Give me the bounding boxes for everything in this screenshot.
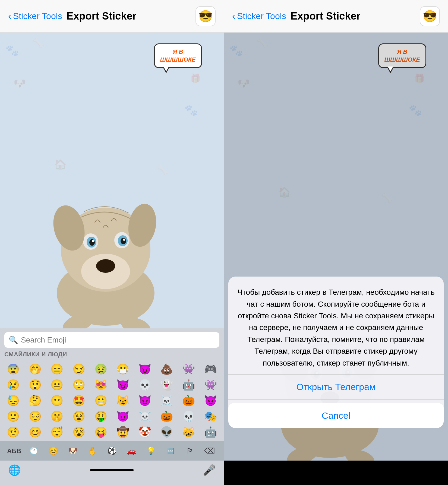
emoji-cell[interactable]: ☠️: [156, 393, 178, 408]
emoji-cell[interactable]: 👿: [200, 393, 222, 408]
right-back-button[interactable]: ‹ Sticker Tools: [232, 11, 286, 21]
emoji-cell[interactable]: 😓: [2, 393, 24, 408]
emoji-cell[interactable]: 😐: [46, 377, 68, 393]
emoji-cell[interactable]: 😴: [46, 424, 68, 440]
emoji-cell[interactable]: 🤖: [178, 377, 200, 393]
home-indicator: [90, 469, 134, 471]
emoji-cell[interactable]: 😲: [24, 377, 46, 393]
emoji-cell[interactable]: 🤑: [90, 408, 112, 424]
emoji-cell[interactable]: 🤠: [112, 424, 134, 440]
emoji-cell[interactable]: 😷: [112, 361, 134, 377]
right-emoji-icon: 😎: [423, 9, 437, 23]
emoji-cell[interactable]: 😊: [24, 424, 46, 440]
emoji-cell[interactable]: 🙄: [68, 377, 90, 393]
emoji-search-input[interactable]: [21, 336, 215, 344]
right-sticker-canvas: 🐾 🦴 🐾 🎁 🐶 🐾 🏠 🦴 Я В ШШШШОКЕ: [224, 33, 448, 461]
right-emoji-button[interactable]: 😎: [420, 6, 440, 26]
emoji-search-bar: 🔍: [4, 332, 219, 348]
right-bottom-bar: [224, 461, 448, 485]
bubble-line1: Я В: [160, 48, 196, 56]
left-back-button[interactable]: ‹ Sticker Tools: [8, 11, 62, 21]
keyboard-abc-button[interactable]: АБВ: [4, 441, 24, 461]
emoji-cell[interactable]: 😑: [46, 361, 68, 377]
emoji-cell[interactable]: 🤨: [2, 424, 24, 440]
keyboard-symbol-tab[interactable]: 🔤: [161, 441, 180, 461]
emoji-cell[interactable]: 👻: [156, 377, 178, 393]
left-sticker-canvas[interactable]: 🐾 🦴 🐾 🎁 🐶 🐾 🏠 🦴 Я В ШШШШОКЕ: [0, 33, 224, 328]
left-back-label: Sticker Tools: [13, 11, 62, 21]
keyboard-hand-tab[interactable]: ✋: [83, 441, 102, 461]
emoji-cell[interactable]: 😻: [90, 377, 112, 393]
emoji-cell[interactable]: 😵: [68, 424, 90, 440]
right-home-indicator: [314, 472, 358, 474]
emoji-cell[interactable]: 😏: [68, 361, 90, 377]
keyboard-sports-tab[interactable]: ⚽: [102, 441, 122, 461]
speech-bubble: Я В ШШШШОКЕ: [154, 43, 202, 68]
open-telegram-button[interactable]: Открыть Телеграм: [228, 375, 444, 399]
emoji-cell[interactable]: 😼: [112, 393, 134, 408]
emoji-cell[interactable]: 👽: [156, 424, 178, 440]
left-emoji-button[interactable]: 😎: [195, 6, 216, 26]
emoji-cell[interactable]: 🤖: [200, 424, 222, 440]
emoji-cell[interactable]: 🤢: [90, 361, 112, 377]
emoji-cell[interactable]: ☠️: [134, 408, 156, 424]
microphone-icon[interactable]: 🎤: [203, 464, 216, 476]
keyboard-delete-button[interactable]: ⌫: [200, 441, 219, 461]
dialog-overlay: Чтобы добавить стикер в Телеграм, необхо…: [224, 33, 448, 461]
dialog-message: Чтобы добавить стикер в Телеграм, необхо…: [228, 277, 444, 374]
svg-point-16: [89, 239, 95, 246]
emoji-cell[interactable]: 👾: [200, 377, 222, 393]
globe-icon[interactable]: 🌐: [8, 464, 21, 476]
keyboard-bulb-tab[interactable]: 💡: [141, 441, 161, 461]
keyboard-flag-tab[interactable]: 🏳: [180, 441, 200, 461]
emoji-cell[interactable]: 😵: [68, 408, 90, 424]
dog-illustration: [43, 179, 168, 328]
emoji-cell[interactable]: 😈: [134, 361, 156, 377]
emoji-grid: 😨 🤭 😑 😏 🤢 😷 😈 💩 👾 🎮 😢 😲 😐 🙄 😻 😈 💀 👻 🤖 👾 …: [0, 360, 224, 441]
emoji-category-label: СМАЙЛИКИ И ЛЮДИ: [0, 350, 224, 360]
keyboard-animal-tab[interactable]: 🐶: [63, 441, 83, 461]
emoji-cell[interactable]: 😬: [90, 393, 112, 408]
emoji-cell[interactable]: 😢: [2, 377, 24, 393]
emoji-cell[interactable]: 👾: [178, 361, 200, 377]
svg-point-18: [92, 240, 94, 242]
emoji-cell[interactable]: 🎮: [200, 361, 222, 377]
svg-point-17: [121, 238, 126, 244]
bubble-line2: ШШШШОКЕ: [160, 56, 196, 64]
chevron-left-icon: ‹: [8, 11, 11, 21]
keyboard-emoji-tab[interactable]: 😊: [43, 441, 63, 461]
emoji-cell[interactable]: 😈: [112, 377, 134, 393]
emoji-cell[interactable]: 💀: [178, 408, 200, 424]
emoji-cell[interactable]: 😔: [24, 408, 46, 424]
emoji-cell[interactable]: 🎃: [178, 393, 200, 408]
emoji-cell[interactable]: 🤩: [68, 393, 90, 408]
svg-point-11: [96, 259, 115, 273]
emoji-cell[interactable]: 💩: [156, 361, 178, 377]
keyboard-clock-button[interactable]: 🕐: [24, 441, 43, 461]
emoji-cell[interactable]: 😈: [134, 393, 156, 408]
emoji-cell[interactable]: 🤫: [46, 408, 68, 424]
keyboard-toolbar: АБВ 🕐 😊 🐶 ✋ ⚽ 🚗 💡 🔤 🏳 ⌫: [0, 441, 224, 461]
left-nav-bar: ‹ Sticker Tools Export Sticker 😎: [0, 0, 224, 33]
emoji-cell[interactable]: 😈: [112, 408, 134, 424]
left-page-title: Export Sticker: [67, 10, 137, 22]
emoji-cell[interactable]: 🤡: [134, 424, 156, 440]
emoji-cell[interactable]: 😶: [46, 393, 68, 408]
keyboard-car-tab[interactable]: 🚗: [122, 441, 141, 461]
emoji-cell[interactable]: 🙂: [2, 408, 24, 424]
right-back-label: Sticker Tools: [237, 11, 286, 21]
emoji-cell[interactable]: 🎭: [200, 408, 222, 424]
emoji-cell[interactable]: 😝: [90, 424, 112, 440]
dialog-divider-2: [228, 399, 444, 400]
keyboard-bottom: 🌐 🎤: [0, 461, 224, 485]
emoji-cell[interactable]: 😸: [178, 424, 200, 440]
left-emoji-icon: 😎: [198, 9, 213, 23]
alert-dialog: Чтобы добавить стикер в Телеграм, необхо…: [228, 277, 444, 428]
emoji-cell[interactable]: 💀: [134, 377, 156, 393]
emoji-cell[interactable]: 🤭: [24, 361, 46, 377]
search-icon: 🔍: [9, 335, 18, 344]
cancel-button[interactable]: Cancel: [228, 403, 444, 428]
emoji-cell[interactable]: 🤔: [24, 393, 46, 408]
emoji-cell[interactable]: 😨: [2, 361, 24, 377]
emoji-cell[interactable]: 🎃: [156, 408, 178, 424]
